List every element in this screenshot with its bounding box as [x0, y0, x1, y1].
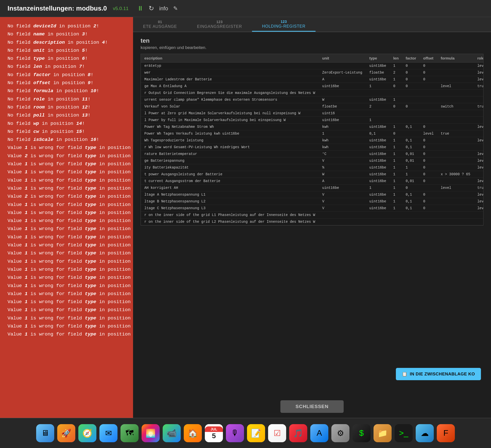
table-row[interactable]: t current Ausgangsstrom der BatterieAuin…	[141, 178, 483, 185]
table-cell	[437, 76, 474, 83]
table-cell	[437, 205, 474, 212]
table-cell: level	[474, 198, 483, 205]
table-cell	[437, 63, 474, 69]
table-cell: 1	[390, 137, 402, 144]
dock-icon-appstore[interactable]: A	[310, 424, 328, 442]
pause-icon[interactable]: ⏸	[137, 5, 144, 12]
dock-icon-settings[interactable]: ⚙	[331, 424, 349, 442]
table-row[interactable]: erätetypuint16be100leveltruefalsefalsefa…	[141, 63, 483, 69]
table-row[interactable]: Verkauf von Solarfloatbe200switchtruefal…	[141, 103, 483, 110]
table-cell: 0,1	[402, 198, 420, 205]
dock-item-calendar[interactable]: JUL5	[205, 424, 223, 442]
refresh-icon[interactable]: ↻	[149, 5, 154, 12]
dock-icon-music[interactable]: 🎵	[289, 424, 307, 442]
table-cell: 0,01	[402, 151, 420, 157]
close-button[interactable]: SCHLIESSEN	[280, 400, 343, 413]
table-row[interactable]: l Power by full in Maximale Solarverkauf…	[141, 117, 483, 124]
table-cell: rature Batterietemperatur	[141, 151, 319, 157]
table-cell	[437, 124, 474, 130]
table-row[interactable]: Wh Tagesproduzierte leistungkwhuint16be1…	[141, 137, 483, 144]
table-row[interactable]: Maximaler Ladestrom der BatterieAuint16b…	[141, 76, 483, 83]
table-cell: Maximaler Ladestrom der Batterie	[141, 76, 319, 83]
table-cell: l Power at Zero grid Maximale Solarverka…	[141, 110, 319, 117]
table-row[interactable]: l Power at Zero grid Maximale Solarverka…	[141, 110, 483, 117]
table-cell: 0	[402, 185, 420, 191]
table-cell: true	[437, 130, 474, 137]
table-row[interactable]: werZeroExport-Leistungfloatbe200leveltru…	[141, 69, 483, 76]
table-row[interactable]: rature Batterietemperatur°Cuint16be10,01…	[141, 151, 483, 157]
table-cell: W	[319, 96, 366, 103]
table-row[interactable]: ity Batteriekapazität%uint16be110leveltr…	[141, 164, 483, 171]
table-cell: floatbe	[319, 103, 366, 110]
dock-icon-terminal[interactable]: >_	[395, 424, 413, 442]
table-row[interactable]: ge Max A Entladung Auint16be100leveltrue…	[141, 83, 483, 90]
error-panel: No field deviceId in position 2!No field…	[0, 17, 133, 418]
table-cell: urrent sensor clamp phase" Klemmphase de…	[141, 96, 319, 103]
dock-icon-photos[interactable]: 🌅	[142, 424, 160, 442]
scroll-content[interactable]: ten kopieren, einfügen und bearbeiten. e…	[133, 32, 491, 391]
edit-icon[interactable]: ✎	[173, 5, 178, 12]
table-cell: t current Ausgangsstrom der Batterie	[141, 178, 319, 185]
table-row[interactable]: r Wh low word Gesamt-PV-Leistung Wh nied…	[141, 144, 483, 151]
tab-01[interactable]: 01 ETE AUSGÄNGE	[133, 17, 187, 32]
table-cell	[420, 212, 437, 218]
dock-icon-notes[interactable]: 📝	[247, 424, 265, 442]
dock-icon-home[interactable]: 🏠	[184, 424, 202, 442]
table-cell: true	[474, 185, 483, 191]
clipboard-button[interactable]: 📋 IN DIE ZWISCHENABLAGE KO	[396, 368, 481, 380]
table-cell: uint16be	[366, 96, 390, 103]
table-row[interactable]: Power Wh Tag Netzabnahme Strom Whkwhuint…	[141, 124, 483, 130]
dock-icon-folder1[interactable]: 📁	[374, 424, 392, 442]
table-cell	[319, 63, 366, 69]
table-cell: 1	[390, 124, 402, 130]
table-cell: ity Batteriekapazität	[141, 164, 319, 171]
table-row[interactable]: r on the inner side of the grid L1 Phase…	[141, 212, 483, 218]
table-cell: 0	[420, 191, 437, 198]
table-cell: ltage B Netzphasenspannung L2	[141, 198, 319, 205]
table-row[interactable]: r Output Grid Connection Begrenzen Sie d…	[141, 90, 483, 96]
tab-123-holding[interactable]: 123 HOLDING-REGISTER	[252, 17, 316, 32]
table-row[interactable]: ltage A Netzphasenspannung L1Vuint16be10…	[141, 191, 483, 198]
table-cell: 1	[366, 185, 390, 191]
table-row[interactable]: ge BatteriespannungVuint16be10,010levelt…	[141, 157, 483, 164]
table-cell: 1	[390, 63, 402, 69]
dock-icon-finder[interactable]: 🖥	[36, 424, 54, 442]
table-row[interactable]: ltage C Netzphasenspannung L3Vuint16be10…	[141, 205, 483, 212]
dock-icon-launchpad[interactable]: 🚀	[57, 424, 75, 442]
table-cell: 0	[420, 171, 437, 178]
info-text: info	[159, 5, 168, 12]
table-row[interactable]: Power Wh Tages Verkaufs leistung kwh uin…	[141, 130, 483, 137]
table-cell: 1	[366, 117, 390, 124]
dock-icon-reminders[interactable]: ☑	[268, 424, 286, 442]
table-cell: uint16be	[366, 157, 390, 164]
table-row[interactable]: ltage B Netzphasenspannung L2Vuint16be10…	[141, 198, 483, 205]
dock-icon-mail[interactable]: ✉	[99, 424, 117, 442]
table-cell: 2	[366, 103, 390, 110]
clipboard-label: IN DIE ZWISCHENABLAGE KO	[410, 372, 475, 377]
table-row[interactable]: urrent sensor clamp phase" Klemmphase de…	[141, 96, 483, 103]
table-cell: V	[319, 198, 366, 205]
table-row[interactable]: AH korrigiert AHuint16be110leveltruefals…	[141, 185, 483, 191]
table-cell: uint16be	[366, 191, 390, 198]
table-cell: Verkauf von Solar	[141, 103, 319, 110]
table-row[interactable]: r on the inner side of the grid L2 Phase…	[141, 218, 483, 225]
table-cell: ltage C Netzphasenspannung L3	[141, 205, 319, 212]
dock-icon-extra[interactable]: F	[437, 424, 455, 442]
table-cell: level	[474, 69, 483, 76]
dock-icon-maps[interactable]: 🗺	[120, 424, 139, 442]
dock-icon-safari[interactable]: 🧭	[78, 424, 96, 442]
table-cell	[402, 212, 420, 218]
table-body: erätetypuint16be100leveltruefalsefalsefa…	[141, 63, 483, 225]
table-row[interactable]: t power Ausgangsleistung der BatterieWui…	[141, 171, 483, 178]
dock-icon-facetime[interactable]: 📹	[163, 424, 181, 442]
table-cell	[437, 137, 474, 144]
table-header-cell: len	[390, 54, 402, 63]
dock-icon-iterm2[interactable]: $	[352, 424, 371, 442]
table-cell	[390, 218, 402, 225]
dock-icon-cloud[interactable]: ☁	[416, 424, 434, 442]
tab-123-eingang[interactable]: 123 EINGANGSREGISTER	[187, 17, 252, 32]
dock-icon-podcasts[interactable]: 🎙	[226, 424, 244, 442]
table-cell: true	[474, 103, 483, 110]
table-cell: uint16	[319, 110, 366, 117]
table-cell: 1	[390, 171, 402, 178]
